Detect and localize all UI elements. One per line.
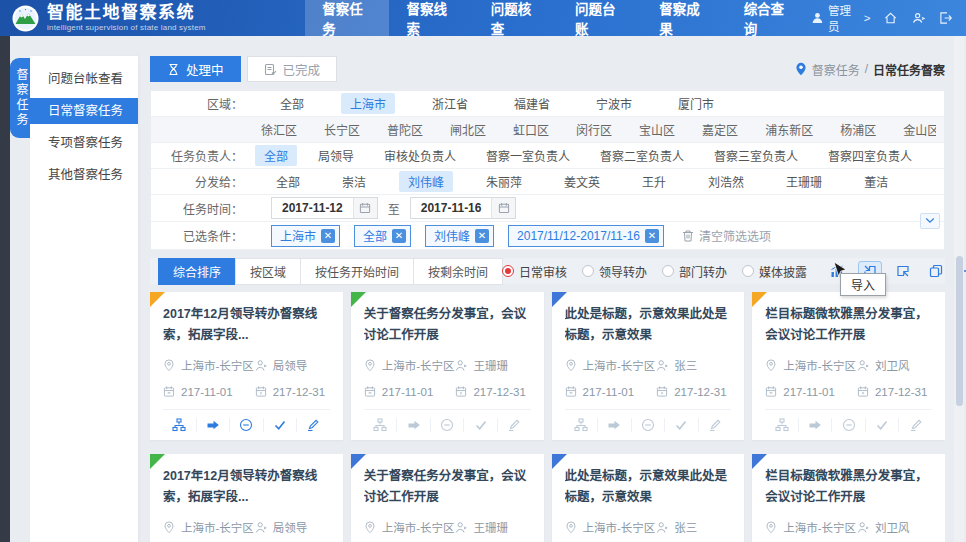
remove-tag-icon[interactable]: ✕ [392,229,406,243]
export-button[interactable] [891,261,915,281]
remove-tag-icon[interactable]: ✕ [645,229,659,243]
distribute-option[interactable]: 全部 [267,171,309,192]
owner-option[interactable]: 审核处负责人 [375,145,465,166]
task-card[interactable]: 此处是标题，示意效果此处是标题，示意效果 上海市-长宁区 张三 [552,292,745,440]
district-option[interactable]: 杨浦区 [831,119,885,140]
district-option[interactable]: 闵行区 [567,119,621,140]
calendar-picker-icon[interactable] [491,198,515,218]
sidebar-group-tab[interactable]: 督察任务 [10,58,30,138]
owner-option[interactable]: 督察四室负责人 [819,145,921,166]
distribute-action-button[interactable] [565,418,599,432]
scrollbar-thumb[interactable] [956,256,963,406]
task-card[interactable]: 关于督察任务分发事宜，会议讨论工作开展 上海市-长宁区 王珊珊 [351,454,544,542]
region-option[interactable]: 浙江省 [423,93,477,114]
edit-action-button[interactable] [498,418,531,432]
edit-action-button[interactable] [297,418,330,432]
sidebar-item[interactable]: 专项督察任务 [30,130,138,156]
home-icon[interactable] [884,11,897,25]
owner-option[interactable]: 督察一室负责人 [477,145,579,166]
district-option[interactable]: 长宁区 [315,119,369,140]
owner-option[interactable]: 督察三室负责人 [705,145,807,166]
user-menu[interactable]: 管理员> [811,2,871,34]
region-option[interactable]: 福建省 [505,93,559,114]
sort-tab[interactable]: 按任务开始时间 [300,258,414,285]
region-option[interactable]: 厦门市 [669,93,723,114]
tab-processing[interactable]: 处理中 [150,56,241,82]
task-time-to-input[interactable]: 2017-11-16 [410,197,517,219]
collapse-filters-button[interactable] [920,213,940,229]
distribute-option[interactable]: 刘伟峰 [399,171,453,192]
distribute-action-button[interactable] [765,418,799,432]
remove-tag-icon[interactable]: ✕ [321,229,335,243]
complete-action-button[interactable] [665,418,699,432]
task-card[interactable]: 2017年12月领导转办督察线索，拓展字段... 上海市-长宁区 局领导 [150,292,343,440]
region-option[interactable]: 全部 [271,93,313,114]
sidebar-item[interactable]: 其他督察任务 [30,162,138,188]
region-option[interactable]: 上海市 [341,93,395,114]
district-option[interactable]: 虹口区 [504,119,558,140]
top-nav-item[interactable]: 督察任务 [305,0,389,36]
top-nav-item[interactable]: 综合查询 [727,0,811,36]
district-option[interactable]: 宝山区 [630,119,684,140]
copy-button[interactable] [924,261,948,281]
forward-action-button[interactable] [799,418,833,432]
top-nav-item[interactable]: 问题核查 [474,0,558,36]
distribute-option[interactable]: 刘浩然 [699,171,753,192]
complete-action-button[interactable] [264,418,298,432]
task-card[interactable]: 此处是标题，示意效果此处是标题，示意效果 上海市-长宁区 张三 [552,454,745,542]
sort-tab[interactable]: 按剩余时间 [413,258,503,285]
region-option[interactable]: 宁波市 [587,93,641,114]
sidebar-item[interactable]: 日常督察任务 [30,98,138,124]
complete-action-button[interactable] [866,418,900,432]
profile-icon[interactable] [912,11,925,25]
district-option[interactable]: 金山区 [894,119,936,140]
distribute-option[interactable]: 王升 [633,171,675,192]
distribute-option[interactable]: 王珊珊 [777,171,831,192]
top-nav-item[interactable]: 督察成果 [642,0,726,36]
task-card[interactable]: 2017年12月领导转办督察线索，拓展字段... 上海市-长宁区 局领导 [150,454,343,542]
distribute-option[interactable]: 朱丽萍 [477,171,531,192]
remove-tag-icon[interactable]: ✕ [475,229,489,243]
district-option[interactable]: 普陀区 [378,119,432,140]
owner-option[interactable]: 局领导 [309,145,363,166]
suspend-action-button[interactable] [832,418,866,432]
calendar-picker-icon[interactable] [353,198,377,218]
top-nav-item[interactable]: 督察线索 [389,0,473,36]
district-option[interactable]: 嘉定区 [693,119,747,140]
district-option[interactable]: 徐汇区 [252,119,306,140]
forward-action-button[interactable] [598,418,632,432]
suspend-action-button[interactable] [230,418,264,432]
logout-icon[interactable] [939,11,952,25]
distribute-action-button[interactable] [163,418,197,432]
district-option[interactable]: 浦东新区 [756,119,822,140]
category-radio[interactable]: 部门转办 [662,263,727,280]
category-radio[interactable]: 日常审核 [502,263,567,280]
distribute-option[interactable]: 姜文英 [555,171,609,192]
suspend-action-button[interactable] [431,418,465,432]
distribute-option[interactable]: 崇洁 [333,171,375,192]
task-card[interactable]: 关于督察任务分发事宜，会议讨论工作开展 上海市-长宁区 王珊珊 [351,292,544,440]
owner-option[interactable]: 全部 [255,145,297,166]
tab-done[interactable]: 已完成 [247,56,338,82]
clear-filters-button[interactable]: 清空筛选选项 [682,227,771,244]
task-card[interactable]: 栏目标题微软雅黑分发事宜，会议讨论工作开展 上海市-长宁区 刘卫风 [752,454,945,542]
edit-action-button[interactable] [699,418,732,432]
owner-option[interactable]: 督察二室负责人 [591,145,693,166]
forward-action-button[interactable] [197,418,231,432]
edit-action-button[interactable] [899,418,932,432]
sidebar-item[interactable]: 问题台帐查看 [30,66,138,92]
task-card[interactable]: 栏目标题微软雅黑分发事宜，会议讨论工作开展 上海市-长宁区 刘卫风 [752,292,945,440]
task-time-from-input[interactable]: 2017-11-12 [271,197,378,219]
category-radio[interactable]: 领导转办 [582,263,647,280]
sort-tab[interactable]: 按区域 [235,258,301,285]
district-option[interactable]: 闸北区 [441,119,495,140]
top-nav-item[interactable]: 问题台账 [558,0,642,36]
category-radio[interactable]: 媒体披露 [742,263,807,280]
complete-action-button[interactable] [464,418,498,432]
breadcrumb-parent[interactable]: 督察任务 [812,61,860,78]
forward-action-button[interactable] [397,418,431,432]
suspend-action-button[interactable] [632,418,666,432]
distribute-action-button[interactable] [364,418,398,432]
owner-option[interactable]: 督察五室负责人 [933,145,936,166]
sort-tab[interactable]: 综合排序 [158,258,236,285]
